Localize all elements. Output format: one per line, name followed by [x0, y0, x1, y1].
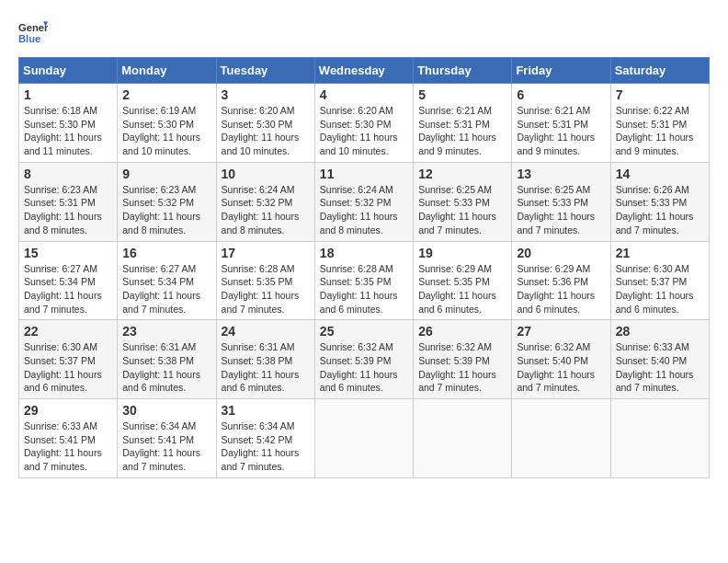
day-info: Sunrise: 6:30 AMSunset: 5:37 PMDaylight:… — [24, 341, 102, 393]
day-number: 27 — [517, 324, 605, 339]
day-info: Sunrise: 6:34 AMSunset: 5:42 PMDaylight:… — [222, 420, 300, 472]
calendar-cell: 17Sunrise: 6:28 AMSunset: 5:35 PMDayligh… — [216, 241, 314, 320]
day-info: Sunrise: 6:26 AMSunset: 5:33 PMDaylight:… — [616, 184, 694, 236]
calendar-cell: 5Sunrise: 6:21 AMSunset: 5:31 PMDaylight… — [414, 84, 512, 163]
calendar-cell: 11Sunrise: 6:24 AMSunset: 5:32 PMDayligh… — [314, 162, 413, 241]
day-number: 22 — [24, 324, 112, 339]
weekday-header-tuesday: Tuesday — [216, 58, 314, 84]
day-number: 15 — [24, 246, 112, 260]
day-info: Sunrise: 6:21 AMSunset: 5:31 PMDaylight:… — [418, 105, 496, 156]
calendar-cell: 9Sunrise: 6:23 AMSunset: 5:32 PMDaylight… — [118, 162, 216, 241]
day-number: 2 — [122, 87, 210, 102]
svg-text:General: General — [18, 22, 48, 33]
day-info: Sunrise: 6:18 AMSunset: 5:30 PMDaylight:… — [24, 105, 102, 156]
day-number: 8 — [24, 167, 112, 181]
weekday-header-friday: Friday — [512, 58, 610, 84]
day-number: 29 — [24, 403, 112, 418]
calendar-cell: 21Sunrise: 6:30 AMSunset: 5:37 PMDayligh… — [610, 241, 709, 320]
day-number: 19 — [418, 246, 506, 260]
calendar-cell: 23Sunrise: 6:31 AMSunset: 5:38 PMDayligh… — [118, 320, 216, 399]
weekday-header-thursday: Thursday — [414, 58, 512, 84]
logo: General Blue — [18, 18, 48, 48]
day-number: 9 — [122, 167, 210, 181]
day-info: Sunrise: 6:32 AMSunset: 5:39 PMDaylight:… — [320, 341, 398, 393]
calendar-header-row: SundayMondayTuesdayWednesdayThursdayFrid… — [19, 58, 710, 84]
weekday-header-monday: Monday — [118, 58, 216, 84]
day-info: Sunrise: 6:28 AMSunset: 5:35 PMDaylight:… — [222, 263, 300, 315]
day-number: 25 — [320, 324, 408, 339]
day-info: Sunrise: 6:23 AMSunset: 5:31 PMDaylight:… — [24, 184, 102, 236]
day-number: 26 — [418, 324, 506, 339]
day-info: Sunrise: 6:29 AMSunset: 5:36 PMDaylight:… — [517, 263, 595, 315]
day-number: 13 — [517, 167, 605, 181]
calendar-cell: 3Sunrise: 6:20 AMSunset: 5:30 PMDaylight… — [216, 84, 314, 163]
calendar-cell: 7Sunrise: 6:22 AMSunset: 5:31 PMDaylight… — [610, 84, 709, 163]
calendar-cell: 1Sunrise: 6:18 AMSunset: 5:30 PMDaylight… — [19, 84, 118, 163]
calendar-cell: 29Sunrise: 6:33 AMSunset: 5:41 PMDayligh… — [19, 399, 118, 478]
day-info: Sunrise: 6:27 AMSunset: 5:34 PMDaylight:… — [122, 263, 200, 315]
calendar-week-4: 22Sunrise: 6:30 AMSunset: 5:37 PMDayligh… — [19, 320, 710, 399]
day-info: Sunrise: 6:29 AMSunset: 5:35 PMDaylight:… — [418, 263, 496, 315]
day-number: 1 — [24, 87, 112, 102]
logo-icon: General Blue — [18, 18, 48, 48]
day-number: 23 — [122, 324, 210, 339]
day-info: Sunrise: 6:25 AMSunset: 5:33 PMDaylight:… — [418, 184, 496, 236]
day-number: 3 — [222, 87, 310, 102]
calendar-cell: 6Sunrise: 6:21 AMSunset: 5:31 PMDaylight… — [512, 84, 610, 163]
day-info: Sunrise: 6:25 AMSunset: 5:33 PMDaylight:… — [517, 184, 595, 236]
calendar-week-3: 15Sunrise: 6:27 AMSunset: 5:34 PMDayligh… — [19, 241, 710, 320]
day-info: Sunrise: 6:31 AMSunset: 5:38 PMDaylight:… — [122, 341, 200, 393]
day-number: 18 — [320, 246, 408, 260]
calendar-cell: 12Sunrise: 6:25 AMSunset: 5:33 PMDayligh… — [414, 162, 512, 241]
day-number: 30 — [122, 403, 210, 418]
calendar-cell: 15Sunrise: 6:27 AMSunset: 5:34 PMDayligh… — [19, 241, 118, 320]
day-number: 31 — [222, 403, 310, 418]
day-info: Sunrise: 6:24 AMSunset: 5:32 PMDaylight:… — [222, 184, 300, 236]
day-info: Sunrise: 6:32 AMSunset: 5:39 PMDaylight:… — [418, 341, 496, 393]
calendar-cell — [314, 399, 413, 478]
calendar-week-1: 1Sunrise: 6:18 AMSunset: 5:30 PMDaylight… — [19, 84, 710, 163]
calendar-cell: 28Sunrise: 6:33 AMSunset: 5:40 PMDayligh… — [610, 320, 709, 399]
calendar-cell: 20Sunrise: 6:29 AMSunset: 5:36 PMDayligh… — [512, 241, 610, 320]
day-number: 21 — [616, 246, 704, 260]
calendar-table: SundayMondayTuesdayWednesdayThursdayFrid… — [18, 57, 710, 478]
weekday-header-saturday: Saturday — [610, 58, 709, 84]
day-number: 20 — [517, 246, 605, 260]
day-info: Sunrise: 6:27 AMSunset: 5:34 PMDaylight:… — [24, 263, 102, 315]
day-number: 28 — [616, 324, 704, 339]
day-info: Sunrise: 6:31 AMSunset: 5:38 PMDaylight:… — [222, 341, 300, 393]
calendar-cell: 31Sunrise: 6:34 AMSunset: 5:42 PMDayligh… — [216, 399, 314, 478]
calendar-cell: 25Sunrise: 6:32 AMSunset: 5:39 PMDayligh… — [314, 320, 413, 399]
calendar-cell: 19Sunrise: 6:29 AMSunset: 5:35 PMDayligh… — [414, 241, 512, 320]
day-info: Sunrise: 6:33 AMSunset: 5:41 PMDaylight:… — [24, 420, 102, 472]
calendar-cell: 10Sunrise: 6:24 AMSunset: 5:32 PMDayligh… — [216, 162, 314, 241]
calendar-cell: 27Sunrise: 6:32 AMSunset: 5:40 PMDayligh… — [512, 320, 610, 399]
day-number: 24 — [222, 324, 310, 339]
day-info: Sunrise: 6:30 AMSunset: 5:37 PMDaylight:… — [616, 263, 694, 315]
calendar-cell — [512, 399, 610, 478]
calendar-cell: 30Sunrise: 6:34 AMSunset: 5:41 PMDayligh… — [118, 399, 216, 478]
day-number: 7 — [616, 87, 704, 102]
day-info: Sunrise: 6:22 AMSunset: 5:31 PMDaylight:… — [616, 105, 694, 156]
calendar-cell: 18Sunrise: 6:28 AMSunset: 5:35 PMDayligh… — [314, 241, 413, 320]
weekday-header-sunday: Sunday — [19, 58, 118, 84]
calendar-cell: 16Sunrise: 6:27 AMSunset: 5:34 PMDayligh… — [118, 241, 216, 320]
day-info: Sunrise: 6:32 AMSunset: 5:40 PMDaylight:… — [517, 341, 595, 393]
page-header: General Blue — [18, 18, 710, 48]
day-number: 4 — [320, 87, 408, 102]
calendar-cell: 13Sunrise: 6:25 AMSunset: 5:33 PMDayligh… — [512, 162, 610, 241]
calendar-week-2: 8Sunrise: 6:23 AMSunset: 5:31 PMDaylight… — [19, 162, 710, 241]
day-number: 12 — [418, 167, 506, 181]
calendar-cell — [610, 399, 709, 478]
day-number: 14 — [616, 167, 704, 181]
day-info: Sunrise: 6:20 AMSunset: 5:30 PMDaylight:… — [222, 105, 300, 156]
day-info: Sunrise: 6:23 AMSunset: 5:32 PMDaylight:… — [122, 184, 200, 236]
day-info: Sunrise: 6:28 AMSunset: 5:35 PMDaylight:… — [320, 263, 398, 315]
day-info: Sunrise: 6:19 AMSunset: 5:30 PMDaylight:… — [122, 105, 200, 156]
calendar-cell: 24Sunrise: 6:31 AMSunset: 5:38 PMDayligh… — [216, 320, 314, 399]
day-number: 16 — [122, 246, 210, 260]
calendar-cell: 14Sunrise: 6:26 AMSunset: 5:33 PMDayligh… — [610, 162, 709, 241]
calendar-cell: 8Sunrise: 6:23 AMSunset: 5:31 PMDaylight… — [19, 162, 118, 241]
weekday-header-wednesday: Wednesday — [314, 58, 413, 84]
day-number: 17 — [222, 246, 310, 260]
